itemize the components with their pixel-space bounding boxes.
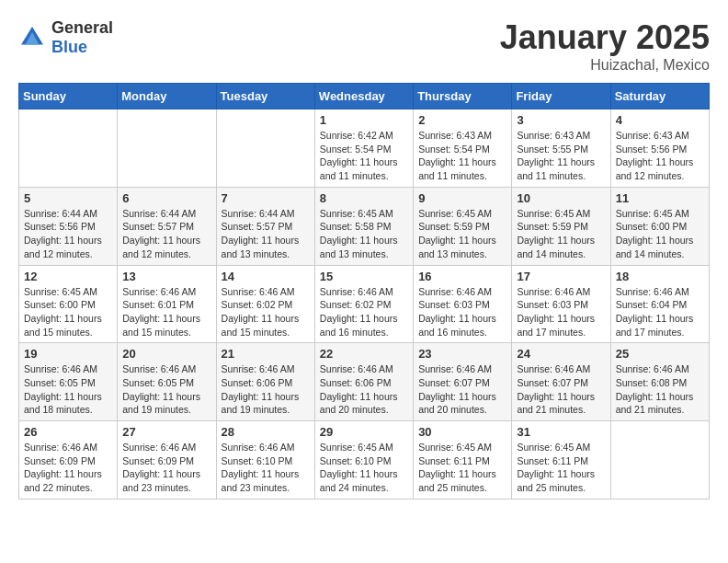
day-info: Sunrise: 6:46 AMSunset: 6:02 PMDaylight:… bbox=[222, 285, 310, 339]
day-number: 31 bbox=[517, 425, 605, 439]
day-info: Sunrise: 6:46 AMSunset: 6:01 PMDaylight:… bbox=[122, 285, 210, 339]
day-number: 2 bbox=[418, 113, 506, 127]
day-info: Sunrise: 6:46 AMSunset: 6:03 PMDaylight:… bbox=[418, 285, 506, 339]
calendar-cell: 5Sunrise: 6:44 AMSunset: 5:56 PMDaylight… bbox=[19, 187, 118, 265]
day-info: Sunrise: 6:46 AMSunset: 6:02 PMDaylight:… bbox=[320, 285, 408, 339]
calendar-table: SundayMondayTuesdayWednesdayThursdayFrid… bbox=[18, 83, 710, 500]
day-info: Sunrise: 6:46 AMSunset: 6:09 PMDaylight:… bbox=[122, 441, 210, 495]
calendar-week-row: 26Sunrise: 6:46 AMSunset: 6:09 PMDayligh… bbox=[19, 421, 710, 500]
day-number: 24 bbox=[517, 347, 605, 361]
day-number: 8 bbox=[320, 191, 408, 205]
day-info: Sunrise: 6:45 AMSunset: 6:11 PMDaylight:… bbox=[517, 441, 605, 495]
day-info: Sunrise: 6:45 AMSunset: 5:59 PMDaylight:… bbox=[418, 207, 506, 261]
day-info: Sunrise: 6:46 AMSunset: 6:03 PMDaylight:… bbox=[517, 285, 605, 339]
logo-text-general: General bbox=[51, 18, 113, 37]
day-info: Sunrise: 6:44 AMSunset: 5:57 PMDaylight:… bbox=[222, 207, 310, 261]
day-number: 17 bbox=[517, 270, 605, 283]
calendar-cell: 30Sunrise: 6:45 AMSunset: 6:11 PMDayligh… bbox=[414, 421, 512, 500]
calendar-cell: 1Sunrise: 6:42 AMSunset: 5:54 PMDaylight… bbox=[314, 109, 413, 188]
day-info: Sunrise: 6:46 AMSunset: 6:07 PMDaylight:… bbox=[418, 362, 506, 417]
calendar-cell: 27Sunrise: 6:46 AMSunset: 6:09 PMDayligh… bbox=[118, 421, 216, 500]
day-info: Sunrise: 6:46 AMSunset: 6:10 PMDaylight:… bbox=[222, 441, 310, 495]
calendar-cell bbox=[19, 109, 118, 188]
weekday-header-cell: Monday bbox=[118, 84, 216, 109]
title-block: January 2025 Huizachal, Mexico bbox=[500, 18, 710, 74]
calendar-cell bbox=[610, 421, 709, 500]
weekday-header-cell: Saturday bbox=[610, 84, 709, 109]
day-number: 25 bbox=[616, 347, 704, 361]
day-number: 9 bbox=[418, 191, 506, 205]
calendar-cell: 17Sunrise: 6:46 AMSunset: 6:03 PMDayligh… bbox=[512, 265, 610, 343]
calendar-week-row: 1Sunrise: 6:42 AMSunset: 5:54 PMDaylight… bbox=[19, 109, 710, 188]
calendar-cell: 25Sunrise: 6:46 AMSunset: 6:08 PMDayligh… bbox=[610, 343, 709, 421]
day-info: Sunrise: 6:46 AMSunset: 6:07 PMDaylight:… bbox=[517, 362, 605, 417]
calendar-cell: 23Sunrise: 6:46 AMSunset: 6:07 PMDayligh… bbox=[414, 343, 512, 421]
day-number: 10 bbox=[517, 191, 605, 205]
calendar-cell: 31Sunrise: 6:45 AMSunset: 6:11 PMDayligh… bbox=[512, 421, 610, 500]
calendar-body: 1Sunrise: 6:42 AMSunset: 5:54 PMDaylight… bbox=[19, 109, 710, 500]
day-info: Sunrise: 6:46 AMSunset: 6:05 PMDaylight:… bbox=[24, 362, 112, 417]
day-number: 7 bbox=[222, 191, 310, 205]
day-info: Sunrise: 6:42 AMSunset: 5:54 PMDaylight:… bbox=[320, 129, 408, 183]
day-info: Sunrise: 6:44 AMSunset: 5:57 PMDaylight:… bbox=[122, 207, 210, 261]
day-number: 12 bbox=[24, 270, 112, 283]
calendar-cell bbox=[118, 109, 216, 188]
calendar-week-row: 12Sunrise: 6:45 AMSunset: 6:00 PMDayligh… bbox=[19, 265, 710, 343]
day-number: 21 bbox=[222, 347, 310, 361]
calendar-cell: 24Sunrise: 6:46 AMSunset: 6:07 PMDayligh… bbox=[512, 343, 610, 421]
calendar-cell: 9Sunrise: 6:45 AMSunset: 5:59 PMDaylight… bbox=[414, 187, 512, 265]
calendar-cell: 29Sunrise: 6:45 AMSunset: 6:10 PMDayligh… bbox=[314, 421, 413, 500]
calendar-cell: 21Sunrise: 6:46 AMSunset: 6:06 PMDayligh… bbox=[216, 343, 314, 421]
day-number: 1 bbox=[320, 113, 408, 127]
day-number: 29 bbox=[320, 425, 408, 439]
location-title: Huizachal, Mexico bbox=[500, 57, 710, 74]
calendar-cell bbox=[216, 109, 314, 188]
calendar-cell: 22Sunrise: 6:46 AMSunset: 6:06 PMDayligh… bbox=[314, 343, 413, 421]
day-info: Sunrise: 6:46 AMSunset: 6:05 PMDaylight:… bbox=[122, 362, 210, 417]
calendar-cell: 7Sunrise: 6:44 AMSunset: 5:57 PMDaylight… bbox=[216, 187, 314, 265]
calendar-cell: 11Sunrise: 6:45 AMSunset: 6:00 PMDayligh… bbox=[610, 187, 709, 265]
weekday-header-cell: Wednesday bbox=[314, 84, 413, 109]
day-info: Sunrise: 6:43 AMSunset: 5:56 PMDaylight:… bbox=[616, 129, 704, 183]
calendar-cell: 3Sunrise: 6:43 AMSunset: 5:55 PMDaylight… bbox=[512, 109, 610, 188]
calendar-cell: 10Sunrise: 6:45 AMSunset: 5:59 PMDayligh… bbox=[512, 187, 610, 265]
day-number: 11 bbox=[616, 191, 704, 205]
day-number: 30 bbox=[418, 425, 506, 439]
weekday-header-cell: Sunday bbox=[19, 84, 118, 109]
logo-text-blue: Blue bbox=[51, 38, 87, 56]
day-number: 5 bbox=[24, 191, 112, 205]
month-title: January 2025 bbox=[500, 18, 710, 57]
day-number: 14 bbox=[222, 270, 310, 283]
weekday-header-cell: Friday bbox=[512, 84, 610, 109]
day-info: Sunrise: 6:45 AMSunset: 6:10 PMDaylight:… bbox=[320, 441, 408, 495]
day-number: 3 bbox=[517, 113, 605, 127]
day-number: 4 bbox=[616, 113, 704, 127]
day-info: Sunrise: 6:45 AMSunset: 6:00 PMDaylight:… bbox=[616, 207, 704, 261]
weekday-header-cell: Tuesday bbox=[216, 84, 314, 109]
logo: General Blue bbox=[18, 18, 113, 57]
day-info: Sunrise: 6:44 AMSunset: 5:56 PMDaylight:… bbox=[24, 207, 112, 261]
calendar-cell: 26Sunrise: 6:46 AMSunset: 6:09 PMDayligh… bbox=[19, 421, 118, 500]
weekday-header-row: SundayMondayTuesdayWednesdayThursdayFrid… bbox=[19, 84, 710, 109]
calendar-cell: 4Sunrise: 6:43 AMSunset: 5:56 PMDaylight… bbox=[610, 109, 709, 188]
logo-icon bbox=[18, 24, 46, 52]
day-number: 19 bbox=[24, 347, 112, 361]
calendar-cell: 18Sunrise: 6:46 AMSunset: 6:04 PMDayligh… bbox=[610, 265, 709, 343]
day-info: Sunrise: 6:46 AMSunset: 6:08 PMDaylight:… bbox=[616, 362, 704, 417]
day-info: Sunrise: 6:45 AMSunset: 5:58 PMDaylight:… bbox=[320, 207, 408, 261]
calendar-cell: 15Sunrise: 6:46 AMSunset: 6:02 PMDayligh… bbox=[314, 265, 413, 343]
day-number: 28 bbox=[222, 425, 310, 439]
calendar-cell: 2Sunrise: 6:43 AMSunset: 5:54 PMDaylight… bbox=[414, 109, 512, 188]
day-number: 6 bbox=[122, 191, 210, 205]
day-number: 26 bbox=[24, 425, 112, 439]
day-number: 18 bbox=[616, 270, 704, 283]
calendar-cell: 14Sunrise: 6:46 AMSunset: 6:02 PMDayligh… bbox=[216, 265, 314, 343]
calendar-cell: 12Sunrise: 6:45 AMSunset: 6:00 PMDayligh… bbox=[19, 265, 118, 343]
day-number: 27 bbox=[122, 425, 210, 439]
calendar-week-row: 19Sunrise: 6:46 AMSunset: 6:05 PMDayligh… bbox=[19, 343, 710, 421]
calendar-cell: 6Sunrise: 6:44 AMSunset: 5:57 PMDaylight… bbox=[118, 187, 216, 265]
page-header: General Blue January 2025 Huizachal, Mex… bbox=[18, 18, 710, 74]
day-info: Sunrise: 6:43 AMSunset: 5:55 PMDaylight:… bbox=[517, 129, 605, 183]
day-info: Sunrise: 6:45 AMSunset: 6:11 PMDaylight:… bbox=[418, 441, 506, 495]
day-info: Sunrise: 6:46 AMSunset: 6:06 PMDaylight:… bbox=[320, 362, 408, 417]
